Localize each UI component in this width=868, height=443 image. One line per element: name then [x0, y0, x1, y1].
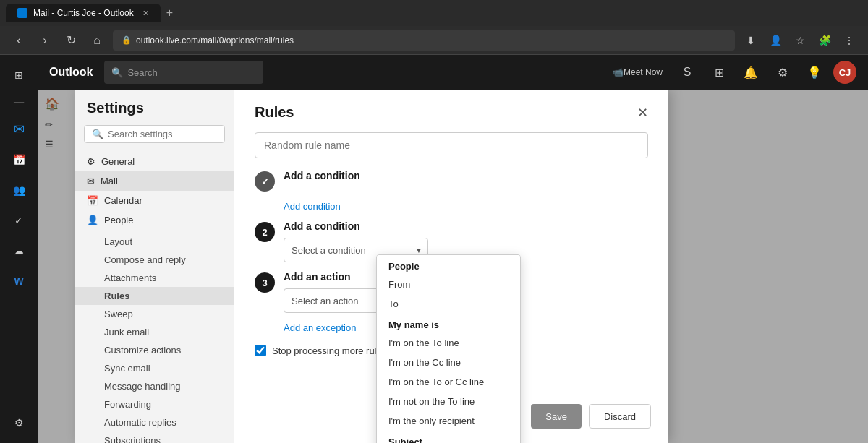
people-label: People [104, 215, 133, 225]
search-placeholder: Search [127, 67, 157, 78]
panel-header: Rules ✕ [255, 104, 648, 121]
step1-circle: ✓ [255, 171, 275, 192]
nav-apps-icon[interactable]: ⊞ [4, 61, 33, 90]
discard-button[interactable]: Discard [589, 404, 651, 429]
help-icon[interactable]: 💡 [801, 59, 827, 85]
condition-item-to[interactable]: To [377, 294, 520, 314]
app-toolbar: Outlook 🔍 Search 📹 Meet Now S ⊞ 🔔 ⚙ 💡 CJ [38, 55, 868, 90]
nav-word-icon[interactable]: W [4, 267, 33, 296]
subnav-layout[interactable]: Layout [75, 233, 234, 251]
nav-people-icon[interactable]: 👥 [4, 176, 33, 205]
subnav-message-handling[interactable]: Message handling [75, 377, 234, 395]
apps-icon[interactable]: ⊞ [706, 59, 732, 85]
user-avatar[interactable]: CJ [833, 61, 856, 84]
profile-icon[interactable]: 👤 [765, 30, 786, 51]
search-icon: 🔍 [111, 67, 123, 78]
settings-nav-people[interactable]: 👤 People [75, 210, 234, 230]
home-button[interactable]: ⌂ [87, 30, 107, 51]
settings-nav-calendar[interactable]: 📅 Calendar [75, 191, 234, 210]
subnav-sync-email[interactable]: Sync email [75, 359, 234, 377]
subnav-compose-reply[interactable]: Compose and reply [75, 251, 234, 269]
nav-todo-icon[interactable]: ✓ [4, 206, 33, 235]
modal-overlay[interactable]: Settings 🔍 ⚙ Gen [38, 90, 868, 443]
condition-item-only-recipient[interactable]: I'm the only recipient [377, 411, 520, 431]
condition-item-on-cc-line[interactable]: I'm on the Cc line [377, 353, 520, 372]
group-header-my-name-is: My name is [377, 314, 520, 333]
main-area: 🏠 ✏ ☰ Settings [38, 90, 868, 443]
browser-actions: ⬇ 👤 ☆ 🧩 ⋮ [741, 30, 859, 51]
download-icon[interactable]: ⬇ [741, 30, 761, 51]
star-icon[interactable]: ☆ [790, 30, 810, 51]
select-condition-placeholder: Select a condition [292, 245, 366, 256]
panel-title: Rules [255, 104, 294, 121]
skype-icon[interactable]: S [674, 59, 700, 85]
step2-circle: 2 [255, 222, 275, 242]
group-header-subject: Subject [377, 431, 520, 443]
toolbar-actions: 📹 Meet Now S ⊞ 🔔 ⚙ 💡 CJ [607, 59, 856, 85]
subnav-automatic-replies[interactable]: Automatic replies [75, 413, 234, 431]
condition-item-not-on-to-line[interactable]: I'm not on the To line [377, 392, 520, 411]
rule-name-input[interactable] [255, 132, 648, 158]
settings-modal: Settings 🔍 ⚙ Gen [75, 90, 668, 443]
subnav-junk-email[interactable]: Junk email [75, 323, 234, 341]
condition-dropdown-menu[interactable]: People From To My name is I'm on the To … [376, 254, 521, 443]
condition-item-to-or-cc-line[interactable]: I'm on the To or Cc line [377, 372, 520, 392]
app-container: Mail - Curtis Joe - Outlook ✕ + ‹ › ↻ ⌂ … [0, 0, 868, 443]
forward-button[interactable]: › [35, 30, 55, 51]
subnav-forwarding[interactable]: Forwarding [75, 395, 234, 413]
settings-title: Settings [75, 90, 234, 122]
settings-nav-section-general: ⚙ General ✉ Mail 📅 Cale [75, 149, 234, 233]
tab-favicon [17, 8, 27, 18]
people-icon: 👤 [87, 215, 98, 225]
menu-icon[interactable]: ⋮ [839, 30, 859, 51]
app-logo: Outlook [49, 66, 93, 79]
settings-left-sidebar: Settings 🔍 ⚙ Gen [75, 90, 234, 443]
settings-gear-icon[interactable]: ⚙ [770, 59, 796, 85]
mail-icon: ✉ [87, 176, 95, 186]
app-area: ⊞ ─ ✉ 📅 👥 ✓ ☁ W ⚙ Outlook 🔍 Search 📹 [0, 55, 868, 443]
outlook-nav-strip: ⊞ ─ ✉ 📅 👥 ✓ ☁ W ⚙ [0, 55, 38, 443]
address-bar[interactable]: 🔒 outlook.live.com/mail/0/options/mail/r… [113, 30, 735, 51]
condition-item-on-to-line[interactable]: I'm on the To line [377, 333, 520, 353]
general-icon: ⚙ [87, 156, 95, 167]
subnav-subscriptions[interactable]: Subscriptions [75, 431, 234, 443]
save-button[interactable]: Save [531, 404, 582, 429]
new-tab-button[interactable]: + [166, 7, 173, 20]
back-button[interactable]: ‹ [9, 30, 29, 51]
nav-calendar-icon[interactable]: 📅 [4, 145, 33, 174]
settings-inner: Settings 🔍 ⚙ Gen [75, 90, 668, 443]
tab-title: Mail - Curtis Joe - Outlook [33, 8, 134, 18]
condition-item-from[interactable]: From [377, 275, 520, 294]
stop-processing-checkbox[interactable] [255, 345, 266, 356]
subnav-attachments[interactable]: Attachments [75, 269, 234, 287]
settings-nav-mail[interactable]: ✉ Mail [75, 171, 234, 191]
subnav-customize-actions[interactable]: Customize actions [75, 341, 234, 359]
search-settings-container[interactable]: 🔍 [84, 125, 225, 143]
rules-content: Rules ✕ ✓ Add a condition [234, 90, 668, 443]
search-settings-icon: 🔍 [92, 129, 103, 139]
add-exception-link[interactable]: Add an exception [284, 322, 356, 333]
bottom-actions: Save Discard [531, 404, 651, 429]
step1-container: ✓ Add a condition [255, 170, 648, 192]
nav-files-icon[interactable]: ☁ [4, 236, 33, 265]
subnav-rules[interactable]: Rules [75, 287, 234, 305]
tab-close-button[interactable]: ✕ [142, 9, 149, 18]
close-button[interactable]: ✕ [637, 105, 648, 121]
calendar-icon: 📅 [87, 195, 98, 206]
refresh-button[interactable]: ↻ [61, 30, 81, 51]
notification-icon[interactable]: 🔔 [738, 59, 764, 85]
address-text: outlook.live.com/mail/0/options/mail/rul… [136, 35, 294, 46]
general-label: General [101, 156, 135, 167]
extensions-icon[interactable]: 🧩 [814, 30, 835, 51]
mail-label: Mail [101, 176, 118, 186]
search-settings-input[interactable] [108, 129, 217, 139]
step2-label: Add a condition [284, 220, 648, 232]
nav-mail-icon[interactable]: ✉ [4, 115, 33, 144]
settings-nav-general[interactable]: ⚙ General [75, 152, 234, 171]
browser-tab[interactable]: Mail - Curtis Joe - Outlook ✕ [6, 4, 161, 22]
subnav-sweep[interactable]: Sweep [75, 305, 234, 323]
meet-now-icon[interactable]: 📹 Meet Now [607, 59, 668, 85]
browser-chrome: Mail - Curtis Joe - Outlook ✕ + [0, 0, 868, 26]
nav-settings-icon[interactable]: ⚙ [4, 408, 33, 437]
add-condition-link[interactable]: Add condition [284, 201, 341, 212]
